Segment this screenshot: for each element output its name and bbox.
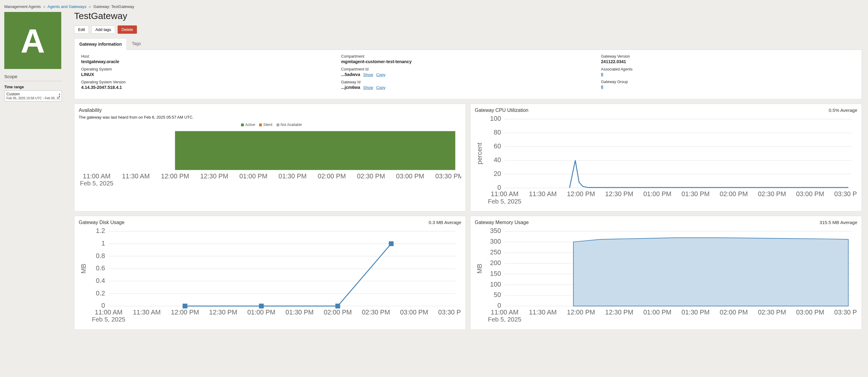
svg-text:0.4: 0.4 [96,277,105,284]
compartmentid-label: Compartment Id [341,67,595,71]
delete-button[interactable]: Delete [118,25,137,34]
svg-text:03:30 PM: 03:30 PM [438,309,461,316]
svg-text:01:30 PM: 01:30 PM [285,309,314,316]
svg-text:0: 0 [101,302,105,310]
svg-text:03:00 PM: 03:00 PM [396,173,424,180]
add-tags-button[interactable]: Add tags [91,25,115,34]
svg-text:20: 20 [494,170,501,177]
chart-availability-legend: Active Silent Not Available [79,123,461,127]
svg-text:12:30 PM: 12:30 PM [605,190,633,198]
svg-text:1.2: 1.2 [96,227,105,235]
timerange-detail: Feb 05, 2025 10:58 UTC - Feb 05, 2025 15… [6,96,60,100]
breadcrumb-root: Management Agents [4,4,41,9]
host-value: testgateway.oracle [81,59,335,64]
timerange-value: Custom [6,92,60,96]
svg-text:0.6: 0.6 [96,265,105,272]
divider [4,81,62,81]
gatewayid-show[interactable]: Show [363,85,373,90]
svg-text:percent: percent [476,143,483,165]
svg-text:11:30 AM: 11:30 AM [133,309,161,316]
svg-text:Feb 5, 2025: Feb 5, 2025 [80,180,113,187]
avatar-letter: A [21,21,45,60]
svg-text:01:00 PM: 01:00 PM [247,309,275,316]
gateway-avatar: A [4,12,61,69]
svg-text:11:30 AM: 11:30 AM [529,190,557,198]
svg-rect-62 [183,304,187,309]
compartmentid-copy[interactable]: Copy [376,72,385,77]
svg-text:11:30 AM: 11:30 AM [122,173,150,180]
svg-text:03:30 PM: 03:30 PM [834,309,857,316]
svg-text:01:00 PM: 01:00 PM [239,173,268,180]
gatewayid-copy[interactable]: Copy [376,85,385,90]
svg-text:11:00 AM: 11:00 AM [491,190,519,198]
gatewayid-value: ...jcm6wa Show Copy [341,85,595,90]
chart-memory-title: Gateway Memory Usage [475,220,529,225]
tabs: Gateway information Tags [74,38,862,50]
svg-text:150: 150 [490,270,501,278]
chart-disk: Gateway Disk Usage 0.3 MB Average 00.20.… [74,216,466,330]
legend-active: Active [245,123,255,127]
chart-memory-plot: 050100150200250300350MB11:00 AM11:30 AM1… [475,225,857,327]
breadcrumb-current: Gateway: TestGateway [93,4,134,9]
svg-text:100: 100 [490,281,501,288]
info-panel: Host testgateway.oracle Operating System… [74,50,862,99]
svg-text:01:00 PM: 01:00 PM [643,309,671,316]
svg-text:12:30 PM: 12:30 PM [209,309,237,316]
svg-text:300: 300 [490,238,501,245]
legend-swatch-silent [259,123,262,126]
svg-text:02:00 PM: 02:00 PM [318,173,346,180]
compartmentid-text: ...5adwva [341,72,360,77]
svg-text:11:30 AM: 11:30 AM [529,309,557,316]
svg-text:02:00 PM: 02:00 PM [720,190,748,198]
chart-cpu-plot: 020406080100percent11:00 AM11:30 AM12:00… [475,113,857,209]
svg-text:02:30 PM: 02:30 PM [758,309,786,316]
breadcrumb-link[interactable]: Agents and Gateways [48,4,86,9]
svg-text:0: 0 [497,302,501,310]
chart-memory: Gateway Memory Usage 315.5 MB Average 05… [470,216,862,330]
assoc-value[interactable]: 0 [601,72,603,77]
svg-text:03:30 PM: 03:30 PM [834,190,857,198]
svg-text:Feb 5, 2025: Feb 5, 2025 [488,198,521,205]
group-value[interactable]: 0 [601,85,603,89]
svg-rect-0 [175,131,455,170]
svg-text:0: 0 [497,184,501,191]
svg-text:02:00 PM: 02:00 PM [720,309,748,316]
chart-availability-title: Availability [79,108,102,113]
svg-text:60: 60 [494,143,501,150]
svg-text:11:00 AM: 11:00 AM [491,309,519,316]
chart-disk-plot: 00.20.40.60.811.2MB11:00 AM11:30 AM12:00… [79,225,461,327]
tab-tags[interactable]: Tags [127,38,146,50]
svg-text:03:00 PM: 03:00 PM [400,309,428,316]
svg-text:50: 50 [494,291,501,299]
svg-text:12:00 PM: 12:00 PM [567,190,595,198]
tab-gateway-info[interactable]: Gateway information [74,38,127,50]
assoc-label: Associated Agents [601,67,855,71]
svg-text:0.8: 0.8 [96,252,105,260]
chart-availability-plot: 11:00 AM11:30 AM12:00 PM12:30 PM01:00 PM… [79,128,461,194]
osv-value: 4.14.35-2047.518.4.1 [81,85,335,90]
svg-text:12:00 PM: 12:00 PM [171,309,199,316]
chart-cpu-title: Gateway CPU Utilization [475,108,528,113]
svg-text:100: 100 [490,115,501,122]
timerange-select[interactable]: Custom Feb 05, 2025 10:58 UTC - Feb 05, … [4,90,62,102]
chart-availability: Availability The gateway was last heard … [74,104,466,211]
svg-text:01:30 PM: 01:30 PM [681,309,710,316]
gatewayid-label: Gateway Id [341,80,595,84]
svg-rect-63 [259,304,264,309]
chart-cpu: Gateway CPU Utilization 0.5% Average 020… [470,104,862,211]
os-value: LINUX [81,72,335,77]
gatewayid-text: ...jcm6wa [341,85,360,90]
page-title: TestGateway [74,11,862,21]
chart-disk-title: Gateway Disk Usage [79,220,124,225]
legend-swatch-active [241,123,244,126]
svg-text:250: 250 [490,249,501,256]
compartmentid-value: ...5adwva Show Copy [341,72,595,77]
svg-rect-65 [389,241,394,246]
legend-silent: Silent [263,123,272,127]
svg-text:MB: MB [476,264,483,274]
svg-text:01:30 PM: 01:30 PM [278,173,307,180]
svg-text:02:30 PM: 02:30 PM [357,173,385,180]
edit-button[interactable]: Edit [74,25,89,34]
svg-text:03:00 PM: 03:00 PM [796,190,824,198]
compartmentid-show[interactable]: Show [363,72,373,77]
